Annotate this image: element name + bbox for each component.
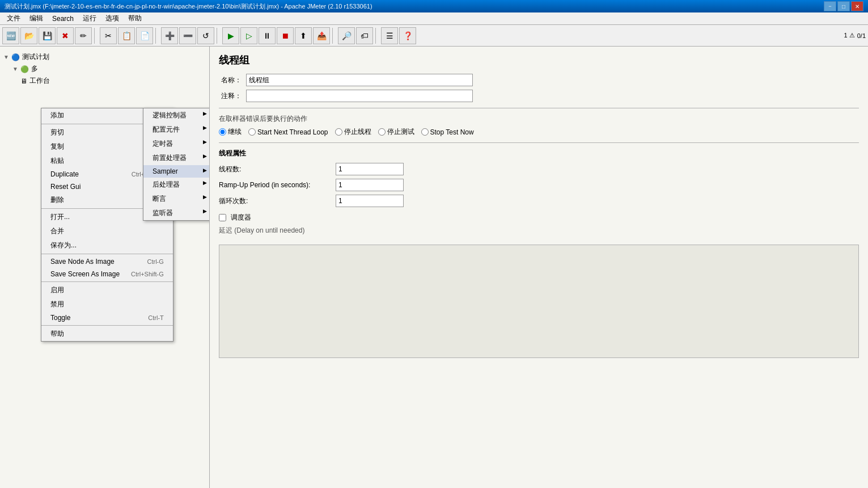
loop-count-input[interactable] <box>336 195 404 207</box>
toolbar-search[interactable]: 🔎 <box>338 27 355 44</box>
submenu-pre-processor[interactable]: 前置处理器 ▶ <box>143 151 210 165</box>
toolbar-refresh[interactable]: ↺ <box>197 27 214 44</box>
submenu-logic[interactable]: 逻辑控制器 ▶ <box>143 108 210 123</box>
submenu-timer[interactable]: 定时器 ▶ <box>143 137 210 151</box>
submenu-pre-processor-arrow: ▶ <box>203 153 207 163</box>
toolbar-remote[interactable]: ⬆ <box>295 27 312 44</box>
menu-run[interactable]: 运行 <box>78 12 101 24</box>
add-submenu: 逻辑控制器 ▶ 配置元件 ▶ 定时器 ▶ 前置处理器 ▶ Sampler ▶ <box>143 108 210 221</box>
radio-continue[interactable]: 继续 <box>219 127 242 137</box>
submenu-timer-label: 定时器 <box>153 139 173 149</box>
toolbar-play[interactable]: ▶ <box>222 27 239 44</box>
thread-settings: 线程数: Ramp-Up Period (in seconds): 循环次数: <box>219 163 859 207</box>
error-radio-group: 继续 Start Next Thread Loop 停止线程 停止测试 Stop… <box>219 127 859 137</box>
tree-node-workbench[interactable]: 🖥 工作台 <box>11 75 207 87</box>
tree-node-testplan[interactable]: ▼ 🔵 测试计划 <box>2 51 207 63</box>
toolbar-copy[interactable]: 📋 <box>118 27 135 44</box>
submenu-timer-arrow: ▶ <box>203 139 207 149</box>
close-button[interactable]: ✕ <box>851 1 863 11</box>
toolbar-sep4 <box>332 28 336 44</box>
minimize-button[interactable]: － <box>824 1 836 11</box>
tree-label-workbench: 工作台 <box>29 76 50 86</box>
num-threads-input[interactable] <box>336 163 404 175</box>
name-input[interactable] <box>246 74 473 86</box>
radio-stop-test-now-input[interactable] <box>421 128 429 136</box>
submenu-listener[interactable]: 监听器 ▶ <box>143 206 210 220</box>
submenu-sampler-label: Sampler <box>153 167 178 175</box>
ramp-up-input[interactable] <box>336 179 404 191</box>
toolbar-paste[interactable]: 📄 <box>136 27 153 44</box>
ctx-copy-label: 复制 <box>50 142 64 152</box>
toolbar-play-no-pause[interactable]: ▷ <box>240 27 257 44</box>
toolbar-collapse[interactable]: ➖ <box>179 27 196 44</box>
tree-area: ▼ 🔵 测试计划 ▼ 🟢 多 🖥 工作台 <box>0 47 209 91</box>
radio-stop-test-now[interactable]: Stop Test Now <box>421 128 474 136</box>
submenu-logic-label: 逻辑控制器 <box>153 111 187 120</box>
radio-stop-thread[interactable]: 停止线程 <box>335 127 371 137</box>
ctx-reset-gui-label: Reset Gui <box>50 183 81 191</box>
tree-node-multi[interactable]: ▼ 🟢 多 <box>11 63 207 75</box>
title-bar-title: 测试计划.jmx (F:\jmeter-2-10-es-en-br-fr-de-… <box>5 2 372 11</box>
toolbar-clear[interactable]: 🏷 <box>356 27 373 44</box>
scheduler-row: 调度器 <box>219 213 859 222</box>
toolbar-pause[interactable]: ⏸ <box>259 27 276 44</box>
toolbar-sep1 <box>94 28 98 44</box>
toolbar-list[interactable]: ☰ <box>381 27 398 44</box>
left-panel: ▼ 🔵 测试计划 ▼ 🟢 多 🖥 工作台 添加 剪切 <box>0 47 210 488</box>
comment-input[interactable] <box>246 90 473 102</box>
ctx-save-screen-img[interactable]: Save Screen As Image Ctrl+Shift-G <box>41 268 173 280</box>
submenu-logic-arrow: ▶ <box>203 111 207 120</box>
toolbar-save[interactable]: 💾 <box>39 27 56 44</box>
delay-label: 延迟 (Delay on until needed) <box>219 226 859 235</box>
radio-stop-thread-input[interactable] <box>335 128 342 136</box>
run-ratio: 0/1 <box>857 32 866 39</box>
scheduler-checkbox[interactable] <box>219 214 226 221</box>
toolbar-edit[interactable]: ✏ <box>75 27 92 44</box>
submenu-config[interactable]: 配置元件 ▶ <box>143 123 210 137</box>
ctx-save-node-img[interactable]: Save Node As Image Ctrl-G <box>41 255 173 268</box>
ctx-enable[interactable]: 启用 <box>41 283 173 297</box>
toolbar-open[interactable]: 📂 <box>20 27 37 44</box>
ctx-enable-label: 启用 <box>50 285 64 295</box>
tree-icon-multi: 🟢 <box>20 65 29 73</box>
toolbar-cut[interactable]: ✂ <box>100 27 117 44</box>
toolbar-new[interactable]: 🆕 <box>2 27 19 44</box>
maximize-button[interactable]: □ <box>837 1 850 11</box>
menu-edit[interactable]: 编辑 <box>25 12 48 24</box>
toolbar-stop[interactable]: ⏹ <box>277 27 294 44</box>
radio-start-next-input[interactable] <box>248 128 256 136</box>
radio-continue-input[interactable] <box>219 128 226 136</box>
menu-help[interactable]: 帮助 <box>124 12 146 24</box>
menu-search[interactable]: Search <box>48 14 78 24</box>
ctx-merge-label: 合并 <box>50 226 64 236</box>
menu-file[interactable]: 文件 <box>2 12 25 24</box>
radio-stop-test-input[interactable] <box>378 128 386 136</box>
submenu-post-processor-label: 后处理器 <box>153 180 180 190</box>
radio-stop-test[interactable]: 停止测试 <box>378 127 414 137</box>
submenu-post-processor[interactable]: 后处理器 ▶ <box>143 178 210 192</box>
ctx-saveas[interactable]: 保存为... <box>41 238 173 253</box>
right-panel: 线程组 名称： 注释： 在取样器错误后要执行的动作 继续 Start Next … <box>210 47 868 488</box>
submenu-assertion[interactable]: 断言 ▶ <box>143 192 210 206</box>
ramp-up-label: Ramp-Up Period (in seconds): <box>219 181 332 189</box>
menu-options[interactable]: 选项 <box>101 12 124 24</box>
ctx-delete-label: 删除 <box>50 195 64 205</box>
toolbar-expand[interactable]: ➕ <box>161 27 178 44</box>
submenu-sampler[interactable]: Sampler ▶ <box>143 165 210 178</box>
toolbar-close[interactable]: ✖ <box>57 27 74 44</box>
ctx-merge[interactable]: 合并 <box>41 224 173 238</box>
main-area: ▼ 🔵 测试计划 ▼ 🟢 多 🖥 工作台 添加 剪切 <box>0 47 868 488</box>
ctx-toggle[interactable]: Toggle Ctrl-T <box>41 312 173 324</box>
radio-start-next[interactable]: Start Next Thread Loop <box>248 128 328 136</box>
ctx-help[interactable]: 帮助 <box>41 327 173 341</box>
error-count: 1 ⚠ <box>844 32 855 39</box>
toolbar-help[interactable]: ❓ <box>399 27 416 44</box>
divider1 <box>219 108 859 108</box>
error-section-label: 在取样器错误后要执行的动作 <box>219 114 859 124</box>
toolbar-remote2[interactable]: 📤 <box>313 27 330 44</box>
submenu-listener-label: 监听器 <box>153 208 173 218</box>
comment-label: 注释： <box>219 91 242 101</box>
toolbar-sep5 <box>375 28 379 44</box>
ctx-disable[interactable]: 禁用 <box>41 297 173 312</box>
ctx-save-screen-img-shortcut: Ctrl+Shift-G <box>131 271 164 277</box>
